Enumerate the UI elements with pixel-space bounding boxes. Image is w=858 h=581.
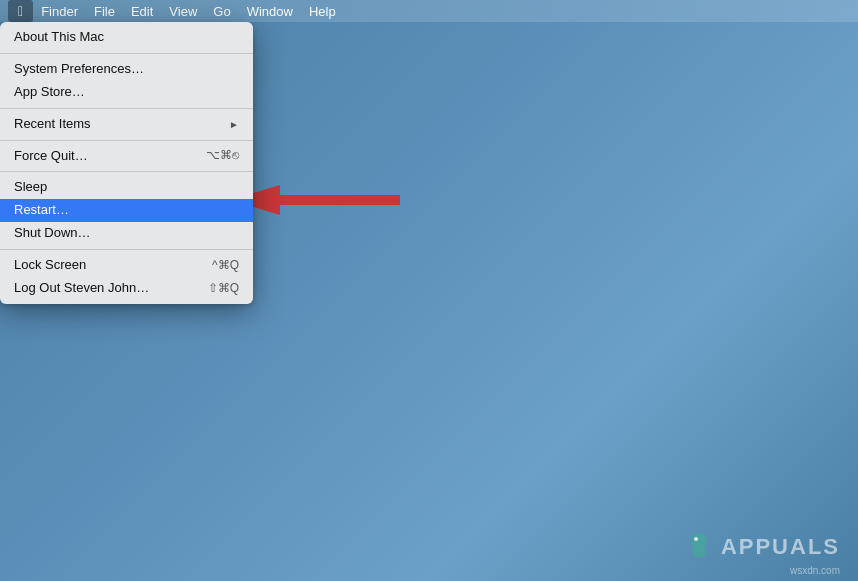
- menu-item-system-preferences[interactable]: System Preferences…: [0, 58, 253, 81]
- arrow-annotation: [230, 170, 400, 234]
- menu-item-app-store[interactable]: App Store…: [0, 81, 253, 104]
- force-quit-shortcut: ⌥⌘⎋: [206, 148, 239, 164]
- svg-point-2: [691, 533, 707, 549]
- svg-point-4: [694, 537, 698, 541]
- menubar-go[interactable]: Go: [205, 0, 238, 22]
- watermark: APPUALS: [683, 531, 840, 563]
- wsxdn-watermark: wsxdn.com: [790, 565, 840, 576]
- svg-rect-3: [693, 547, 705, 557]
- menu-item-force-quit[interactable]: Force Quit… ⌥⌘⎋: [0, 145, 253, 168]
- menu-separator-3: [0, 140, 253, 141]
- apple-menu-button[interactable]: : [8, 0, 33, 22]
- menu-item-lock-screen[interactable]: Lock Screen ^⌘Q: [0, 254, 253, 277]
- menu-item-restart[interactable]: Restart…: [0, 199, 253, 222]
- apple-dropdown-menu: About This Mac System Preferences… App S…: [0, 22, 253, 304]
- menu-item-sleep[interactable]: Sleep: [0, 176, 253, 199]
- menu-separator-4: [0, 171, 253, 172]
- menu-item-recent-items[interactable]: Recent Items ►: [0, 113, 253, 136]
- menu-item-about-this-mac[interactable]: About This Mac: [0, 26, 253, 49]
- desktop:  Finder File Edit View Go Window Help A…: [0, 0, 858, 581]
- arrow-svg: [230, 170, 400, 230]
- menubar-file[interactable]: File: [86, 0, 123, 22]
- watermark-text: APPUALS: [721, 534, 840, 560]
- svg-marker-1: [230, 185, 400, 215]
- menubar-window[interactable]: Window: [239, 0, 301, 22]
- menubar-finder[interactable]: Finder: [33, 0, 86, 22]
- menubar-edit[interactable]: Edit: [123, 0, 161, 22]
- menubar-help[interactable]: Help: [301, 0, 344, 22]
- log-out-shortcut: ⇧⌘Q: [208, 281, 239, 297]
- menu-item-log-out[interactable]: Log Out Steven John… ⇧⌘Q: [0, 277, 253, 300]
- submenu-arrow-icon: ►: [229, 118, 239, 131]
- appuals-icon: [683, 531, 715, 563]
- menu-separator-5: [0, 249, 253, 250]
- menubar:  Finder File Edit View Go Window Help: [0, 0, 858, 22]
- menubar-view[interactable]: View: [161, 0, 205, 22]
- lock-screen-shortcut: ^⌘Q: [212, 258, 239, 274]
- menu-separator-1: [0, 53, 253, 54]
- menu-separator-2: [0, 108, 253, 109]
- menu-item-shut-down[interactable]: Shut Down…: [0, 222, 253, 245]
